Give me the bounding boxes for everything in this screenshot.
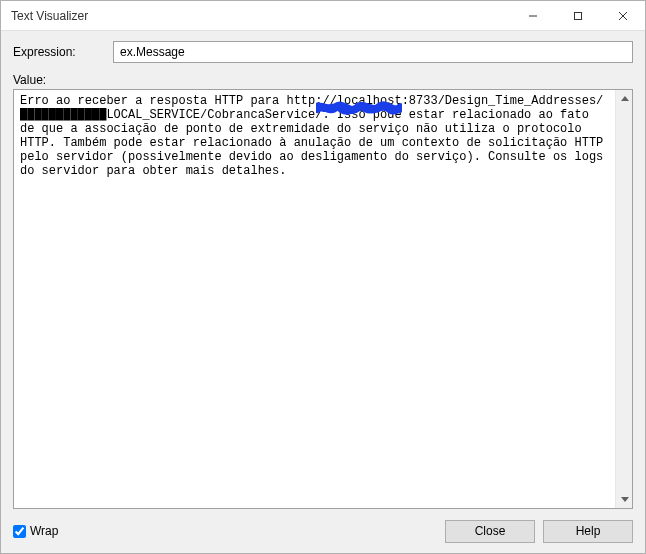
svg-rect-1 <box>574 12 581 19</box>
dialog-footer: Wrap Close Help <box>13 519 633 543</box>
help-button[interactable]: Help <box>543 520 633 543</box>
expression-label: Expression: <box>13 45 113 59</box>
expression-row: Expression: <box>13 41 633 63</box>
scroll-down-arrow[interactable] <box>616 491 633 508</box>
scroll-up-arrow[interactable] <box>616 90 633 107</box>
maximize-icon <box>573 11 583 21</box>
close-button[interactable]: Close <box>445 520 535 543</box>
chevron-down-icon <box>621 497 629 502</box>
wrap-checkbox-group[interactable]: Wrap <box>13 524 58 538</box>
expression-input[interactable] <box>113 41 633 63</box>
value-textarea[interactable] <box>14 90 615 508</box>
minimize-icon <box>528 11 538 21</box>
value-area <box>13 89 633 509</box>
chevron-up-icon <box>621 96 629 101</box>
maximize-button[interactable] <box>555 1 600 30</box>
window-title: Text Visualizer <box>1 9 510 23</box>
window-controls <box>510 1 645 30</box>
value-label: Value: <box>13 73 633 87</box>
minimize-button[interactable] <box>510 1 555 30</box>
wrap-checkbox[interactable] <box>13 525 26 538</box>
titlebar: Text Visualizer <box>1 1 645 31</box>
wrap-checkbox-label: Wrap <box>30 524 58 538</box>
dialog-content: Expression: Value: Wrap <box>1 31 645 553</box>
text-visualizer-window: Text Visualizer Expression: Value: <box>0 0 646 554</box>
close-window-button[interactable] <box>600 1 645 30</box>
vertical-scrollbar[interactable] <box>615 90 632 508</box>
close-icon <box>618 11 628 21</box>
